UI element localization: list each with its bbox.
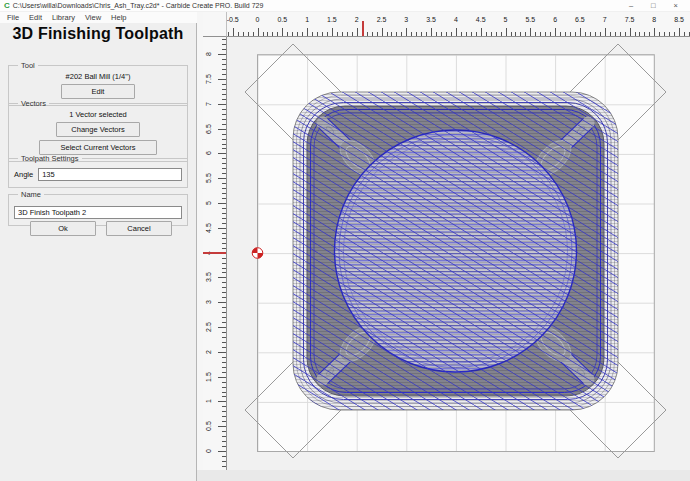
maximize-button[interactable]: □ <box>651 1 656 11</box>
ruler-tick <box>263 32 264 36</box>
ruler-tick <box>222 124 226 125</box>
ruler-tick <box>481 28 482 36</box>
ruler-tick <box>679 28 680 36</box>
ruler-label: 8 <box>646 16 662 24</box>
ruler-tick <box>520 32 521 36</box>
ruler-tick <box>287 32 288 36</box>
ruler-tick <box>222 406 226 407</box>
ruler-tick <box>267 32 268 36</box>
app-logo-icon: C <box>4 1 10 11</box>
ruler-label: 7 <box>205 96 213 112</box>
ruler-label: 7.5 <box>622 16 638 24</box>
ruler-tick <box>377 32 378 36</box>
ruler-tick <box>218 401 226 402</box>
toolpath-settings-group: Toolpath Settings Angle <box>8 154 188 188</box>
angle-label: Angle <box>14 170 33 179</box>
ruler-tick <box>222 198 226 199</box>
ruler-tick <box>620 32 621 36</box>
ruler-tick <box>222 49 226 50</box>
ruler-tick <box>233 28 234 36</box>
ruler-tick <box>222 213 226 214</box>
ruler-tick <box>570 32 571 36</box>
ruler-tick <box>605 28 606 36</box>
tray-design <box>293 92 618 410</box>
ruler-tick <box>297 32 298 36</box>
ruler-label: 3 <box>205 294 213 310</box>
ruler-tick <box>222 392 226 393</box>
ruler-tick <box>441 32 442 36</box>
ruler-label: 2.5 <box>205 319 213 335</box>
window-title: C:\Users\willa\Downloads\Chris_Ash_Tray.… <box>13 2 264 9</box>
ruler-tick <box>222 441 226 442</box>
ruler-tick <box>218 377 226 378</box>
ruler-tick <box>243 32 244 36</box>
ruler-tick <box>222 347 226 348</box>
ruler-label: 7 <box>597 16 613 24</box>
menu-help[interactable]: Help <box>111 13 126 22</box>
angle-field[interactable] <box>38 168 182 181</box>
ok-button[interactable]: Ok <box>30 221 96 236</box>
close-button[interactable]: × <box>674 1 678 11</box>
ruler-tick <box>595 32 596 36</box>
change-vectors-button[interactable]: Change Vectors <box>56 122 140 137</box>
menu-view[interactable]: View <box>85 13 101 22</box>
ruler-tick <box>222 372 226 373</box>
edit-tool-button[interactable]: Edit <box>61 84 135 99</box>
ruler-tick <box>222 416 226 417</box>
ruler-tick <box>222 134 226 135</box>
tool-name: #202 Ball Mill (1/4") <box>14 72 182 81</box>
tool-group-label: Tool <box>18 61 38 70</box>
ruler-tick <box>218 277 226 278</box>
ruler-tick <box>218 178 226 179</box>
menu-edit[interactable]: Edit <box>29 13 42 22</box>
ruler-label: 7.5 <box>205 71 213 87</box>
ruler-tick <box>357 28 358 36</box>
ruler-tick <box>530 28 531 36</box>
ruler-position-marker <box>362 21 364 36</box>
ruler-tick <box>222 342 226 343</box>
ruler-tick <box>253 32 254 36</box>
ruler-tick <box>421 32 422 36</box>
ruler-label: 1.5 <box>324 16 340 24</box>
ruler-tick <box>347 32 348 36</box>
select-current-vectors-button[interactable]: Select Current Vectors <box>39 140 157 155</box>
ruler-tick <box>222 144 226 145</box>
ruler-tick <box>466 32 467 36</box>
ruler-label: 5.5 <box>205 170 213 186</box>
ruler-label: 6.5 <box>572 16 588 24</box>
ruler-tick <box>515 32 516 36</box>
ruler-label: 6 <box>205 145 213 161</box>
ruler-tick <box>222 69 226 70</box>
ruler-tick <box>218 302 226 303</box>
ruler-tick <box>222 163 226 164</box>
menu-file[interactable]: File <box>7 13 19 22</box>
ruler-tick <box>525 32 526 36</box>
menu-library[interactable]: Library <box>52 13 75 22</box>
ruler-tick <box>222 193 226 194</box>
ruler-tick <box>471 32 472 36</box>
ruler-tick <box>222 218 226 219</box>
design-canvas[interactable] <box>227 37 690 470</box>
menu-bar: File Edit Library View Help <box>0 12 203 23</box>
ruler-tick <box>218 203 226 204</box>
ruler-tick <box>664 32 665 36</box>
ruler-label: 2.5 <box>374 16 390 24</box>
ruler-tick <box>258 28 259 36</box>
ruler-tick <box>307 28 308 36</box>
toolpath-name-field[interactable] <box>14 206 182 219</box>
ruler-tick <box>222 84 226 85</box>
ruler-tick <box>218 54 226 55</box>
ruler-tick <box>322 32 323 36</box>
cancel-button[interactable]: Cancel <box>106 221 172 236</box>
ruler-tick <box>416 32 417 36</box>
ruler-tick <box>496 32 497 36</box>
ruler-tick <box>222 382 226 383</box>
ruler-tick <box>610 32 611 36</box>
minimize-button[interactable]: – <box>629 1 633 11</box>
ruler-tick <box>625 32 626 36</box>
ruler-tick <box>451 32 452 36</box>
ruler-tick <box>387 32 388 36</box>
ruler-label: 1.5 <box>205 369 213 385</box>
ruler-label: 6 <box>547 16 563 24</box>
ruler-tick <box>396 32 397 36</box>
